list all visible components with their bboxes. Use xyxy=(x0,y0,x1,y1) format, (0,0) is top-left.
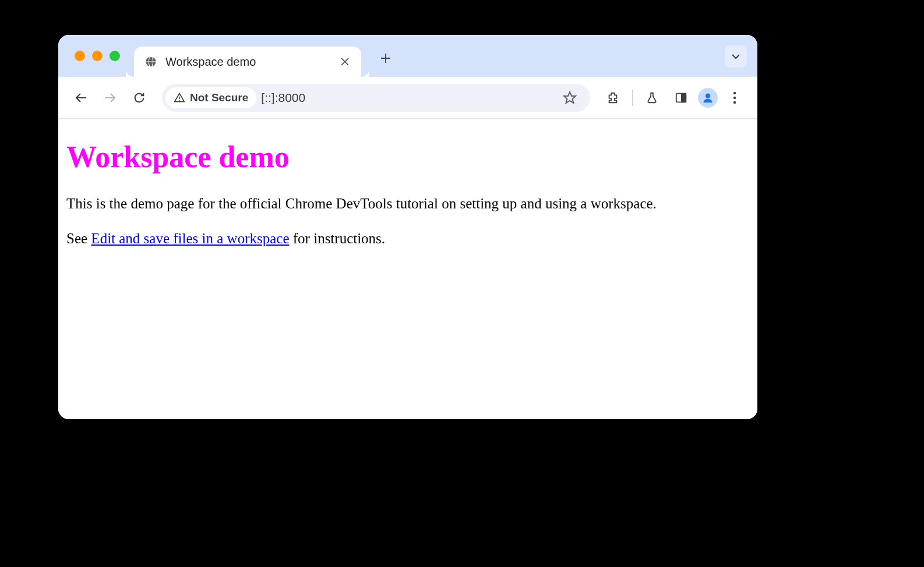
browser-window: Workspace demo Not Secure xyxy=(58,35,757,419)
svg-point-18 xyxy=(733,96,736,98)
tutorial-link[interactable]: Edit and save files in a workspace xyxy=(91,231,289,246)
extensions-button[interactable] xyxy=(601,86,625,110)
warning-icon xyxy=(174,92,185,104)
page-heading: Workspace demo xyxy=(66,140,749,174)
window-close-button[interactable] xyxy=(75,51,85,61)
security-label: Not Secure xyxy=(190,91,248,104)
svg-point-17 xyxy=(733,91,736,94)
browser-toolbar: Not Secure [::]:8000 xyxy=(58,77,757,119)
tab-strip: Workspace demo xyxy=(58,35,757,77)
intro-paragraph: This is the demo page for the official C… xyxy=(66,194,749,214)
toolbar-divider xyxy=(632,90,633,106)
new-tab-button[interactable] xyxy=(375,48,396,69)
browser-tab[interactable]: Workspace demo xyxy=(134,47,361,77)
svg-rect-15 xyxy=(682,93,686,102)
reload-button[interactable] xyxy=(127,86,151,110)
svg-point-16 xyxy=(706,93,710,98)
text-suffix: for instructions. xyxy=(290,231,386,246)
instructions-paragraph: See Edit and save files in a workspace f… xyxy=(66,229,749,249)
window-minimize-button[interactable] xyxy=(92,51,103,61)
labs-button[interactable] xyxy=(640,86,664,110)
svg-marker-13 xyxy=(564,92,576,103)
page-content: Workspace demo This is the demo page for… xyxy=(58,119,757,419)
back-button[interactable] xyxy=(69,86,93,110)
bookmark-button[interactable] xyxy=(558,86,582,110)
tab-close-button[interactable] xyxy=(339,56,351,68)
tab-title: Workspace demo xyxy=(165,55,331,69)
window-controls xyxy=(75,51,120,61)
side-panel-button[interactable] xyxy=(669,86,693,110)
globe-icon xyxy=(144,55,157,68)
profile-button[interactable] xyxy=(698,88,718,108)
address-bar[interactable]: Not Secure [::]:8000 xyxy=(162,84,590,112)
security-chip[interactable]: Not Secure xyxy=(165,87,256,108)
svg-point-19 xyxy=(733,101,736,103)
forward-button[interactable] xyxy=(98,86,122,110)
text-prefix: See xyxy=(66,231,91,246)
svg-point-12 xyxy=(179,100,180,101)
url-text: [::]:8000 xyxy=(261,91,553,105)
tab-search-button[interactable] xyxy=(725,45,747,68)
menu-button[interactable] xyxy=(722,86,747,110)
window-fullscreen-button[interactable] xyxy=(110,51,120,61)
